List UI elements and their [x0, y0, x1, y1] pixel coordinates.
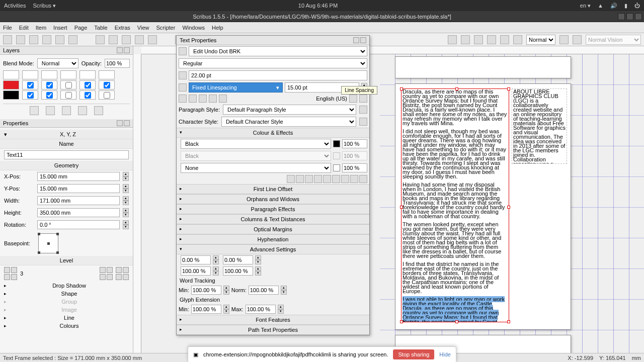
hyphenation-section[interactable]: ▸Hyphenation — [177, 234, 369, 244]
spin-down-icon[interactable]: ▾ — [123, 176, 129, 181]
tool-link-icon[interactable] — [461, 35, 470, 44]
scale-h-input[interactable] — [181, 255, 211, 264]
tool-paste-icon[interactable] — [148, 35, 157, 44]
tool-preflight-icon[interactable] — [68, 35, 77, 44]
spin-up-icon[interactable]: ▴ — [281, 286, 287, 290]
layer-col-flow-icon[interactable] — [79, 70, 96, 79]
layers-shade-icon[interactable] — [117, 47, 123, 53]
locksize-icon[interactable] — [123, 267, 129, 273]
menu-view[interactable]: View — [137, 25, 149, 31]
first-line-offset-section[interactable]: ▸First Line Offset — [177, 184, 369, 194]
level-down-icon[interactable] — [11, 274, 17, 280]
font-size-input[interactable] — [189, 70, 367, 80]
paragraph-effects-section[interactable]: ▸Paragraph Effects — [177, 204, 369, 214]
spin-down-icon[interactable]: ▾ — [123, 213, 129, 217]
optical-margins-section[interactable]: ▸Optical Margins — [177, 224, 369, 234]
menu-extras[interactable]: Extras — [115, 25, 130, 31]
menu-item[interactable]: Item — [36, 25, 46, 31]
menu-file[interactable]: File — [3, 25, 12, 31]
layers-close-icon[interactable] — [124, 47, 130, 53]
font-family-select[interactable]: Edit Undo Dot BRK — [189, 46, 367, 56]
spin-up-icon[interactable]: ▴ — [123, 196, 129, 201]
drop-shadow-section[interactable]: ▸Drop Shadow — [0, 282, 133, 290]
tool-undo-icon[interactable] — [96, 35, 105, 44]
text-frame[interactable]: ABOUT LIBRE GRAPHICS CLUB (LGC) is a col… — [512, 88, 567, 164]
menu-scripter[interactable]: Scripter — [156, 25, 175, 31]
spin-up-icon[interactable]: ▴ — [213, 266, 219, 271]
spin-down-icon[interactable]: ▾ — [255, 260, 261, 264]
tool-preview-icon[interactable] — [559, 35, 569, 44]
blend-mode-select[interactable]: Normal — [37, 58, 78, 68]
effect-outline-icon[interactable] — [350, 175, 358, 183]
lang-indicator[interactable]: en ▾ — [580, 3, 591, 9]
character-style-select[interactable]: Default Character Style — [221, 117, 356, 127]
tool-save-icon[interactable] — [29, 35, 38, 44]
layer-col-print-icon[interactable] — [41, 70, 57, 79]
effect-smallcaps-icon[interactable] — [332, 175, 340, 183]
layer-remove-icon[interactable] — [46, 106, 55, 115]
layer-col-lock-icon[interactable] — [60, 70, 76, 79]
xpos-input[interactable] — [37, 172, 120, 181]
spin-up-icon[interactable]: ▴ — [123, 208, 129, 213]
layer-flow-checkbox[interactable] — [79, 80, 96, 89]
maximize-button[interactable] — [626, 13, 633, 20]
stop-sharing-button[interactable]: Stop sharing — [393, 349, 435, 359]
basepoint-widget[interactable] — [38, 233, 58, 253]
layer-outline-checkbox[interactable] — [99, 90, 115, 100]
tool-print-icon[interactable] — [55, 35, 64, 44]
ypos-input[interactable] — [37, 184, 120, 193]
menu-help[interactable]: Help — [212, 25, 223, 31]
direction-ltr-icon[interactable] — [349, 95, 357, 103]
layer-col-color-icon[interactable] — [3, 70, 19, 79]
baseline1-input[interactable] — [181, 266, 211, 276]
noprint-icon[interactable] — [116, 274, 122, 280]
effect-superscript-icon[interactable] — [314, 175, 322, 183]
layer-lock-checkbox[interactable] — [60, 80, 76, 89]
tool-copy-icon[interactable] — [135, 35, 144, 44]
layer-col-visible-icon[interactable] — [22, 70, 38, 79]
colours-section[interactable]: ▸Colours — [0, 322, 133, 330]
spin-up-icon[interactable]: ▴ — [223, 286, 229, 290]
effect-underline-icon[interactable] — [287, 175, 295, 183]
preview-mode-select[interactable]: Normal — [526, 35, 555, 45]
scale-v-input[interactable] — [223, 255, 253, 264]
props-close-icon[interactable] — [124, 120, 130, 126]
tool-eyedropper-icon[interactable] — [513, 35, 522, 44]
wt-min-input[interactable] — [191, 286, 221, 295]
font-variant-select[interactable]: Regular — [179, 58, 367, 68]
effect-subscript-icon[interactable] — [305, 175, 313, 183]
spin-down-icon[interactable]: ▾ — [213, 271, 219, 276]
tp-shade-icon[interactable] — [353, 37, 359, 43]
spin-down-icon[interactable]: ▾ — [255, 271, 261, 276]
cstyle-edit-icon[interactable] — [359, 118, 367, 126]
tool-open-icon[interactable] — [16, 35, 25, 44]
vision-mode-select[interactable]: Normal Vision — [586, 35, 641, 45]
spin-up-icon[interactable]: ▴ — [255, 255, 261, 260]
orphans-widows-section[interactable]: ▸Orphans and Widows — [177, 194, 369, 204]
power-icon[interactable]: ⏻ — [634, 3, 640, 9]
spin-down-icon[interactable]: ▾ — [281, 290, 287, 295]
tool-close-icon[interactable] — [42, 35, 51, 44]
spin-down-icon[interactable]: ▾ — [213, 260, 219, 264]
layer-row[interactable] — [3, 80, 130, 89]
layer-flow-checkbox[interactable] — [79, 90, 96, 100]
align-justify-icon[interactable] — [209, 95, 217, 103]
layer-visible-checkbox[interactable] — [22, 80, 38, 89]
group-icon[interactable] — [100, 267, 106, 273]
noexport-icon[interactable] — [123, 274, 129, 280]
name-input[interactable] — [4, 150, 129, 159]
layer-color-swatch[interactable] — [3, 80, 19, 89]
paragraph-style-select[interactable]: Default Paragraph Style — [223, 105, 356, 115]
tool-editmode-icon[interactable] — [573, 35, 582, 44]
spin-up-icon[interactable]: ▴ — [255, 266, 261, 271]
tool-measure-icon[interactable] — [487, 35, 496, 44]
clock[interactable]: 10 Aug 6:46 PM — [56, 3, 580, 9]
baseline2-input[interactable] — [223, 266, 253, 276]
align-forced-icon[interactable] — [219, 95, 227, 103]
close-button[interactable] — [635, 13, 642, 20]
spin-down-icon[interactable]: ▾ — [123, 189, 129, 193]
spin-down-icon[interactable]: ▾ — [278, 309, 284, 314]
tool-redo-icon[interactable] — [109, 35, 118, 44]
spin-down-icon[interactable]: ▾ — [123, 201, 129, 205]
layer-col-outline-icon[interactable] — [99, 70, 115, 79]
